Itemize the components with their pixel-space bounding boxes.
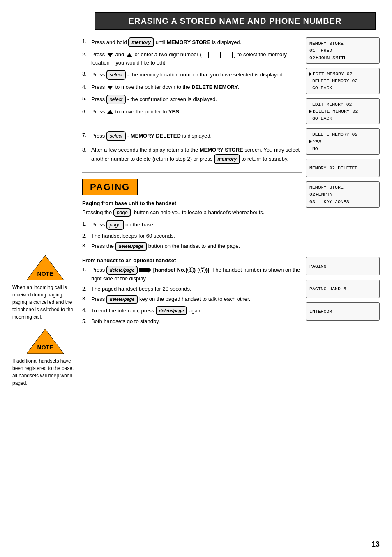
arrow-down-icon-1 <box>107 53 113 57</box>
erasing-steps-list-2: 7. Press select - MEMORY DELETED is disp… <box>82 131 302 164</box>
page-title: ERASING A STORED NAME AND PHONE NUMBER <box>95 12 376 30</box>
select-button-label-3: select <box>106 70 126 80</box>
note-2-text: If additional handsets have been registe… <box>12 357 78 387</box>
step-7: 7. Press select - MEMORY DELETED is disp… <box>82 131 302 141</box>
step-2: 2. Press and or enter a two-digit number… <box>82 51 302 67</box>
paging-from-handset: From handset to an optional handset 1. P… <box>82 257 302 326</box>
arrow-up-icon-1 <box>127 53 132 57</box>
select-button-label-5: select <box>106 95 126 104</box>
lcd-screen-5: MEMORY 02 DELETED <box>306 159 380 177</box>
circle-1: 1 <box>187 267 194 273</box>
paging-title: PAGING <box>82 179 138 195</box>
note-1-text: When an incoming call is received during… <box>12 284 78 321</box>
step-5: 5. Press select - the confirmation scree… <box>82 95 302 104</box>
page-button-intro: page <box>113 208 131 217</box>
note-2-triangle-icon: NOTE <box>27 329 64 354</box>
paging-from-base-subtitle: Paging from base unit to the handset <box>82 200 302 206</box>
page: ERASING A STORED NAME AND PHONE NUMBER N… <box>0 0 392 557</box>
paging-lcd-3: INTERCOM <box>306 302 380 321</box>
page-number: 13 <box>371 540 380 549</box>
page-button-1: page <box>106 220 124 230</box>
select-button-label-7: select <box>106 131 126 141</box>
paging-from-base: Paging from base unit to the handset Pre… <box>82 200 302 251</box>
digit-box-4 <box>227 52 233 58</box>
left-column: NOTE When an incoming call is received d… <box>12 37 78 395</box>
lcd-screen-3: EDIT MEMORY 02 DELETE MEMORY 02 GO BACK <box>306 98 380 125</box>
erasing-steps-list: 1. Press and hold memory until MEMORY ST… <box>82 37 302 116</box>
arrow-up-icon-2 <box>107 110 113 114</box>
lcd-screen-6: MEMORY STORE 02EMPTY 03 KAY JONES <box>306 181 380 208</box>
digit-box-2 <box>210 52 215 58</box>
paging-section: PAGING Paging from base unit to the hand… <box>82 179 302 326</box>
svg-text:NOTE: NOTE <box>37 344 53 351</box>
paging-lcd-2: PAGING HAND 5 <box>306 280 380 298</box>
note-1-container: NOTE When an incoming call is received d… <box>12 255 78 321</box>
delete-page-btn-h1: delete/page <box>106 266 138 275</box>
svg-marker-4 <box>139 267 152 273</box>
delete-page-button-3: delete/page <box>115 242 147 251</box>
digit-box-group-2 <box>220 52 233 58</box>
paging-step-2: 2. The handset beeps for 60 seconds. <box>82 232 302 240</box>
arrow-down-icon-2 <box>107 86 113 90</box>
paging-lcd-1: PAGING <box>306 257 380 275</box>
delete-page-btn-h3: delete/page <box>106 295 138 304</box>
paging-handset-step-1: 1. Press delete/page [handset No.(1)-(7)… <box>82 266 302 283</box>
erasing-instructions: 1. Press and hold memory until MEMORY ST… <box>82 37 302 164</box>
digit-box-1 <box>203 52 209 58</box>
paging-handset-step-3: 3. Press delete/page key on the paged ha… <box>82 295 302 304</box>
title-text: ERASING A STORED NAME AND PHONE NUMBER <box>129 16 342 25</box>
svg-text:NOTE: NOTE <box>37 270 53 277</box>
paging-intro: Pressing the page button can help you to… <box>82 208 302 217</box>
paging-step-3: 3. Press the delete/page button on the h… <box>82 242 302 251</box>
step-3: 3. Press select - the memory location nu… <box>82 70 302 80</box>
digit-box-3 <box>220 52 226 58</box>
note-1-triangle-icon: NOTE <box>27 255 64 280</box>
section-divider <box>82 172 302 173</box>
note-2-container: NOTE If additional handsets have been re… <box>12 329 78 387</box>
lcd-screen-2: EDIT MEMORY 02 DELETE MEMORY 02 GO BACK <box>306 68 380 94</box>
paging-handset-step-4: 4. To end the intercom, press delete/pag… <box>82 306 302 316</box>
right-column: MEMORY STORE 01 FRED 02JOHN SMITH EDIT M… <box>306 37 380 395</box>
paging-handset-step-5: 5. Both handsets go to standby. <box>82 317 302 326</box>
paging-from-handset-subtitle: From handset to an optional handset <box>82 257 302 263</box>
circle-7: 7 <box>199 267 206 273</box>
lcd-screen-4: DELETE MEMORY 02 YES NO <box>306 128 380 155</box>
paging-step-1: 1. Press page on the base. <box>82 220 302 230</box>
step-4: 4. Press to move the pointer down to the… <box>82 83 302 91</box>
memory-button-label-1: memory <box>128 37 154 47</box>
paging-from-handset-steps: 1. Press delete/page [handset No.(1)-(7)… <box>82 266 302 326</box>
paging-from-base-steps: 1. Press page on the base. 2. The handse… <box>82 220 302 251</box>
memory-button-label-8: memory <box>214 154 240 164</box>
paging-handset-step-2: 2. The paged handset beeps for 20 second… <box>82 285 302 293</box>
center-column: 1. Press and hold memory until MEMORY ST… <box>82 37 302 395</box>
step-6: 6. Press to move the pointer to YES. <box>82 108 302 116</box>
step-8: 8. After a few seconds the display retur… <box>82 146 302 164</box>
lcd-screen-1: MEMORY STORE 01 FRED 02JOHN SMITH <box>306 37 380 64</box>
and-text: and <box>115 51 124 58</box>
step-1: 1. Press and hold memory until MEMORY ST… <box>82 37 302 47</box>
arrow-right-icon <box>139 267 152 273</box>
delete-page-btn-h4: delete/page <box>156 306 187 316</box>
digit-box-group-1 <box>203 52 215 58</box>
